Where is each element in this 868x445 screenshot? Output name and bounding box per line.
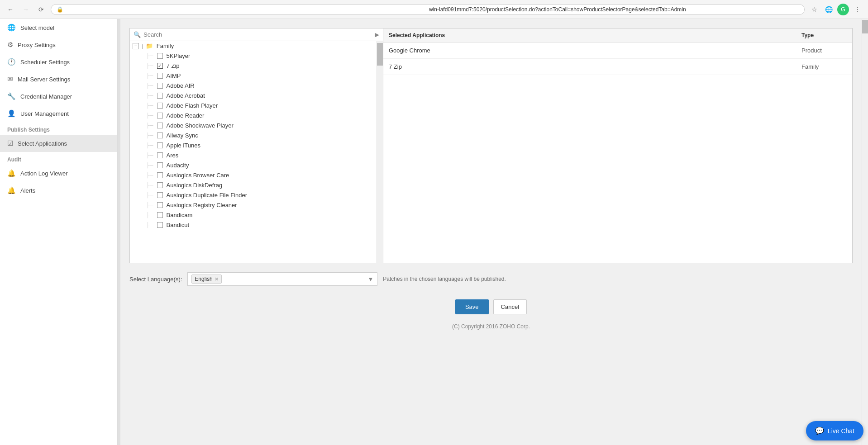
language-hint: Patches in the chosen languages will be … [383,276,506,282]
tree-line-icon: ├─ [146,142,153,148]
tree-item-checkbox[interactable] [157,63,163,69]
user-icon: 👤 [7,109,16,118]
language-select[interactable]: English ✕ ▼ [187,272,377,286]
tree-item[interactable]: ├─Adobe Acrobat [130,90,383,100]
sidebar-item-credential-manager[interactable]: 🔧 Credential Manager [0,88,117,105]
profile-button[interactable]: G [837,4,849,15]
selected-app-row: 7 ZipFamily [383,59,852,75]
tree-item-label: Ares [167,152,179,159]
publish-settings-header: Publish Settings [0,122,117,135]
bookmark-button[interactable]: ☆ [808,4,820,15]
tree-line-icon: ├─ [146,212,153,218]
sidebar-item-action-log-viewer[interactable]: 🔔 Action Log Viewer [0,165,117,182]
tree-item[interactable]: ├─Adobe Reader [130,110,383,120]
language-tag-close[interactable]: ✕ [215,276,219,282]
tree-scroll[interactable]: − | 📁 Family ├─5KPlayer├─7 Zip├─AIMP├─Ad… [130,41,383,263]
tree-item-checkbox[interactable] [157,93,163,99]
tree-item-checkbox[interactable] [157,113,163,118]
tree-line-icon: ├─ [146,182,153,188]
tree-item-checkbox[interactable] [157,73,163,79]
tree-line-icon: ├─ [146,63,153,68]
menu-button[interactable]: ⋮ [852,4,863,15]
tree-item[interactable]: ├─Auslogics Browser Care [130,170,383,180]
selected-apps-rows: Google ChromeProduct7 ZipFamily [383,43,852,75]
selected-app-type: Family [801,63,847,70]
page-scrollbar[interactable] [862,19,868,445]
tree-item-checkbox[interactable] [157,142,163,148]
tree-item[interactable]: ├─Bandicam [130,210,383,220]
tree-item-checkbox[interactable] [157,222,163,228]
tree-item-label: Adobe Acrobat [167,92,205,99]
tree-item-checkbox[interactable] [157,152,163,158]
tree-item[interactable]: ├─Auslogics Duplicate File Finder [130,190,383,200]
tree-line-icon: ├─ [146,192,153,198]
tree-item[interactable]: ├─Bandicut [130,220,383,230]
tree-item[interactable]: ├─Auslogics DiskDefrag [130,180,383,190]
action-buttons: Save Cancel [129,299,853,314]
main-content: 🔍 ▶ − | 📁 Family ├─5KPlayer├─7 Zip├─AIMP… [120,19,862,445]
live-chat-label: Live Chat [828,427,854,435]
tree-item[interactable]: ├─Audacity [130,160,383,170]
tree-item-checkbox[interactable] [157,83,163,89]
expand-icon[interactable]: ▶ [375,31,379,38]
tree-item-label: Adobe Flash Player [167,102,218,109]
tree-item-checkbox[interactable] [157,172,163,178]
tree-scrollbar[interactable] [377,41,383,263]
reload-button[interactable]: ⟳ [35,4,47,15]
clock-icon: 🕐 [7,58,16,66]
search-bar: 🔍 ▶ [130,28,383,41]
tree-item[interactable]: ├─AIMP [130,71,383,80]
tree-item-checkbox[interactable] [157,162,163,168]
tree-expand-family[interactable]: − [133,43,139,49]
tree-item-label: Audacity [167,162,189,169]
tree-item[interactable]: ├─Auslogics Registry Cleaner [130,200,383,210]
extensions-button[interactable]: 🌐 [823,4,835,15]
tree-item[interactable]: ├─Adobe AIR [130,80,383,90]
tree-line-icon: ├─ [146,222,153,227]
tree-item-checkbox[interactable] [157,182,163,188]
tree-root-family[interactable]: − | 📁 Family [130,41,383,51]
back-button[interactable]: ← [5,4,16,15]
forward-button[interactable]: → [20,4,32,15]
selected-app-type: Product [801,47,847,54]
sidebar-item-user-management[interactable]: 👤 User Management [0,105,117,122]
tree-item-label: 7 Zip [167,62,180,69]
tree-item[interactable]: ├─Apple iTunes [130,140,383,150]
sidebar-item-alerts[interactable]: 🔔 Alerts [0,182,117,199]
sidebar-item-mail-server-settings[interactable]: ✉ Mail Server Settings [0,71,117,88]
tree-item-label: Auslogics Browser Care [167,172,229,179]
tree-item[interactable]: ├─Allway Sync [130,130,383,140]
page-scrollbar-thumb[interactable] [862,20,868,33]
save-button[interactable]: Save [455,299,489,314]
tree-item[interactable]: ├─5KPlayer [130,51,383,61]
sidebar: 🌐 Select model ⚙ Proxy Settings 🕐 Schedu… [0,19,118,445]
tree-item[interactable]: ├─Ares [130,150,383,160]
sidebar-item-proxy-settings[interactable]: ⚙ Proxy Settings [0,36,117,53]
tree-item[interactable]: ├─Adobe Flash Player [130,100,383,110]
tree-item[interactable]: ├─7 Zip [130,61,383,71]
sidebar-item-select-model[interactable]: 🌐 Select model [0,19,117,36]
cancel-button[interactable]: Cancel [493,299,527,314]
tree-line-icon: ├─ [146,162,153,168]
live-chat-button[interactable]: 💬 Live Chat [806,421,863,440]
tree-item-checkbox[interactable] [157,133,163,138]
tree-item-checkbox[interactable] [157,202,163,208]
selected-apps-header: Selected Applications Type [383,28,852,43]
tree-item-checkbox[interactable] [157,103,163,109]
search-input[interactable] [143,31,372,38]
tree-item-checkbox[interactable] [157,53,163,59]
sidebar-item-select-applications[interactable]: ☑ Select Applications [0,135,117,152]
tree-line-icon: ├─ [146,93,153,98]
selected-apps-panel: Selected Applications Type Google Chrome… [383,28,852,263]
address-bar[interactable]: 🔒 win-lafd091mmd7:5020/productSelection.… [51,4,805,15]
tree-item-checkbox[interactable] [157,212,163,218]
sidebar-item-label: Mail Server Settings [18,76,70,83]
sidebar-item-label: User Management [20,110,69,117]
tree-item-checkbox[interactable] [157,123,163,128]
sidebar-item-scheduler-settings[interactable]: 🕐 Scheduler Settings [0,53,117,71]
tree-scrollbar-thumb[interactable] [377,43,383,66]
checkbox-icon: ☑ [7,139,13,147]
browser-toolbar: ← → ⟳ 🔒 win-lafd091mmd7:5020/productSele… [0,0,868,19]
tree-item[interactable]: ├─Adobe Shockwave Player [130,120,383,130]
tree-item-checkbox[interactable] [157,192,163,198]
